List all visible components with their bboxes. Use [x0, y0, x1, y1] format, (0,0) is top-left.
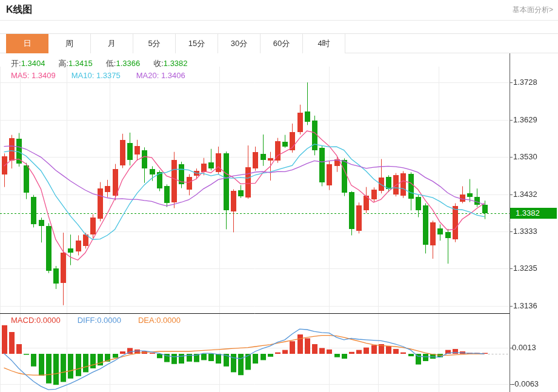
tab-period-7[interactable]: 4时: [303, 34, 345, 53]
ma-2-value: 1.3406: [161, 71, 185, 80]
period-tab-bar: 日周月5分15分30分60分4时: [0, 33, 558, 53]
macd-readout-0-value: 0.0000: [36, 316, 61, 325]
last-price-badge: 1.3382: [510, 208, 557, 219]
macd-readout-2: DEA:0.0000: [138, 316, 181, 325]
ohlc-0: 开:1.3404: [11, 59, 45, 68]
macd-axis-label-0: 0.0013: [512, 343, 536, 353]
ohlc-0-value: 1.3404: [21, 59, 45, 68]
ohlc-readout: 开:1.3404高:1.3415低:1.3366收:1.3382: [11, 58, 201, 69]
macd-readout-1-label: DIFF:: [78, 316, 98, 325]
price-axis-label-2: 1.3530: [513, 152, 537, 162]
price-axis-label-1: 1.3629: [513, 115, 537, 125]
macd-readout-1: DIFF:0.0000: [78, 316, 121, 325]
price-axis-label-4: 1.3333: [513, 227, 537, 236]
ohlc-1-label: 高:: [58, 59, 68, 68]
price-axis-label-6: 1.3136: [513, 301, 537, 311]
macd-readout-0: MACD:0.0000: [11, 316, 61, 325]
fundamental-analysis-link[interactable]: 基本面分析>: [513, 5, 553, 15]
ma-1: MA10: 1.3375: [71, 71, 121, 80]
ma-1-label: MA10:: [71, 71, 96, 80]
ma-2-label: MA20:: [136, 71, 161, 80]
macd-axis-label-1: -0.0063: [512, 379, 539, 389]
ohlc-0-label: 开:: [11, 59, 21, 68]
ohlc-3-value: 1.3382: [164, 59, 188, 68]
header-divider: [0, 20, 558, 21]
ma-2: MA20: 1.3406: [136, 71, 185, 80]
price-axis-label-5: 1.3235: [513, 264, 537, 273]
ma-readout: MA5: 1.3409MA10: 1.3375MA20: 1.3406: [11, 71, 201, 80]
tab-period-4[interactable]: 15分: [176, 34, 218, 53]
macd-readout-0-label: MACD:: [11, 316, 36, 325]
price-axis-label-0: 1.3728: [513, 78, 537, 87]
macd-readout-1-value: 0.0000: [97, 316, 121, 325]
ma-1-value: 1.3375: [96, 71, 121, 80]
ohlc-2-label: 低:: [106, 59, 116, 68]
price-axis-label-3: 1.3432: [513, 190, 537, 199]
tab-period-0[interactable]: 日: [6, 34, 48, 53]
ohlc-2: 低:1.3366: [106, 59, 140, 68]
tab-period-6[interactable]: 60分: [261, 34, 303, 53]
page-title: K线图: [6, 4, 33, 16]
ohlc-3-label: 收:: [153, 59, 164, 68]
macd-readout-2-label: DEA:: [138, 316, 156, 325]
ma-0: MA5: 1.3409: [11, 71, 56, 80]
tab-period-3[interactable]: 5分: [133, 34, 176, 53]
kline-widget: K线图 基本面分析> 日周月5分15分30分60分4时 开:1.3404高:1.…: [0, 0, 558, 392]
ohlc-3: 收:1.3382: [153, 59, 187, 68]
ma-0-label: MA5:: [11, 71, 32, 80]
ma-0-value: 1.3409: [32, 71, 56, 80]
ohlc-1-value: 1.3415: [68, 59, 93, 68]
ohlc-1: 高:1.3415: [58, 59, 92, 68]
tab-period-1[interactable]: 周: [48, 34, 91, 53]
macd-readout-2-value: 0.0000: [156, 316, 181, 325]
tab-period-5[interactable]: 30分: [218, 34, 261, 53]
tab-period-2[interactable]: 月: [91, 34, 133, 53]
ohlc-2-value: 1.3366: [116, 59, 140, 68]
macd-readout: MACD:0.0000DIFF:0.0000DEA:0.0000: [11, 316, 198, 325]
